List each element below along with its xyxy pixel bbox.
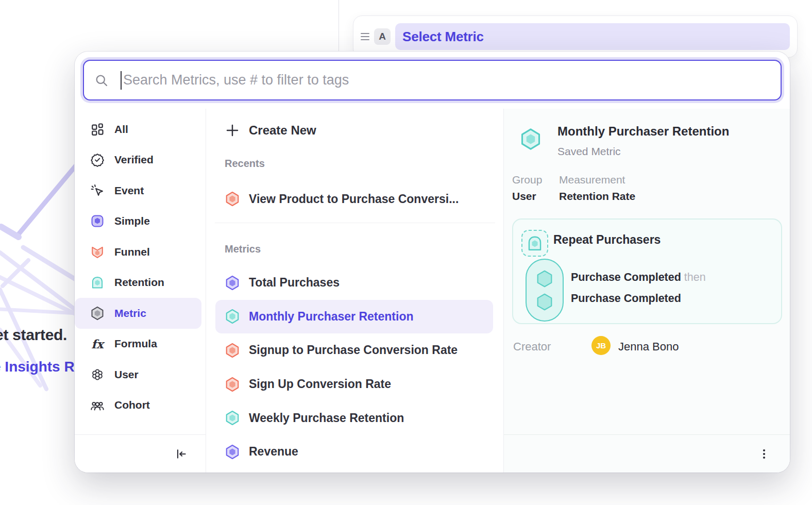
metric-hexagon-icon bbox=[225, 444, 240, 460]
sidebar-item-retention[interactable]: Retention bbox=[75, 267, 201, 298]
metric-item-label: Weekly Purchase Retention bbox=[249, 411, 404, 425]
create-new-label: Create New bbox=[249, 123, 316, 138]
recent-metric-item[interactable]: View Product to Purchase Conversi... bbox=[215, 182, 493, 215]
retention-arch-icon bbox=[526, 234, 544, 252]
recent-metric-label: View Product to Purchase Conversi... bbox=[249, 192, 459, 206]
sidebar-item-funnel[interactable]: Funnel bbox=[75, 237, 201, 267]
detail-title: Monthly Purchaser Retention bbox=[557, 124, 729, 139]
event-sequence-capsule bbox=[526, 259, 564, 322]
metric-item-signup-to-purchase-conversion-rate[interactable]: Signup to Purchase Conversion Rate bbox=[215, 333, 493, 367]
measurement-value: Retention Rate bbox=[559, 190, 635, 203]
retention-arch-icon bbox=[90, 275, 105, 290]
select-metric-label: Select Metric bbox=[402, 29, 484, 45]
metric-item-monthly-purchaser-retention[interactable]: Monthly Purchaser Retention bbox=[215, 300, 493, 334]
metric-search-box[interactable] bbox=[83, 60, 782, 100]
metric-item-revenue[interactable]: Revenue bbox=[215, 435, 493, 469]
metric-list-column: Create New Recents View Product to Purch… bbox=[206, 109, 504, 473]
group-value: User bbox=[512, 190, 536, 203]
sidebar-item-user[interactable]: User bbox=[75, 359, 201, 390]
background-divider-line bbox=[339, 0, 339, 52]
create-new-button[interactable]: Create New bbox=[215, 116, 513, 145]
cursor-click-icon bbox=[90, 183, 105, 198]
simple-metric-icon bbox=[90, 214, 105, 228]
select-metric-dropdown[interactable]: Select Metric bbox=[395, 23, 790, 50]
background-report-link-fragment[interactable]: e Insights Re bbox=[0, 359, 82, 375]
metric-item-label: Monthly Purchaser Retention bbox=[249, 310, 413, 324]
sidebar-item-verified[interactable]: Verified bbox=[75, 145, 201, 176]
background-heading-fragment: et started. bbox=[0, 326, 67, 344]
sidebar-item-formula[interactable]: fx Formula bbox=[75, 329, 201, 360]
drag-handle-icon[interactable] bbox=[361, 33, 369, 40]
detail-panel-footer bbox=[504, 434, 790, 473]
grid-icon bbox=[90, 122, 105, 137]
sidebar-item-label: Event bbox=[114, 184, 144, 197]
picker-columns: All Verified Event Simple bbox=[75, 109, 790, 473]
group-label: Group bbox=[512, 174, 542, 186]
metric-detail-panel: Monthly Purchaser Retention Saved Metric… bbox=[504, 109, 790, 473]
sidebar-footer bbox=[75, 434, 206, 473]
creator-label: Creator bbox=[513, 340, 551, 354]
metric-hexagon-icon bbox=[225, 343, 240, 358]
funnel-metric-hexagon-icon bbox=[225, 191, 240, 207]
kebab-menu-icon bbox=[758, 448, 770, 460]
step-event-name: Purchase Completed bbox=[571, 271, 681, 283]
measurement-label: Measurement bbox=[559, 174, 625, 186]
event-hexagon-icon bbox=[535, 292, 554, 312]
sidebar-item-label: Cohort bbox=[114, 399, 150, 411]
search-input[interactable] bbox=[122, 72, 770, 88]
metric-item-label: Signup to Purchase Conversion Rate bbox=[249, 343, 458, 357]
plus-icon bbox=[225, 123, 240, 138]
sidebar-item-label: Retention bbox=[114, 276, 164, 289]
metric-item-label: Sign Up Conversion Rate bbox=[249, 377, 391, 391]
metric-hexagon-icon bbox=[225, 275, 240, 291]
metric-hexagon-icon bbox=[225, 377, 240, 392]
sidebar-item-simple[interactable]: Simple bbox=[75, 206, 201, 237]
metric-hexagon-icon bbox=[90, 306, 105, 321]
page: et started. e Insights Re A Select Metri… bbox=[0, 0, 812, 505]
more-options-button[interactable] bbox=[758, 448, 770, 460]
sidebar-item-label: All bbox=[114, 123, 128, 136]
user-cluster-icon bbox=[90, 367, 105, 382]
filter-list: All Verified Event Simple bbox=[75, 109, 206, 420]
sidebar-item-cohort[interactable]: Cohort bbox=[75, 390, 201, 421]
metric-hexagon-icon bbox=[225, 410, 240, 426]
definition-step: Purchase Completed then bbox=[571, 271, 706, 284]
metric-item-label: Revenue bbox=[249, 445, 298, 459]
sidebar-item-label: User bbox=[114, 368, 139, 381]
metrics-heading: Metrics bbox=[225, 243, 261, 255]
metric-item-sign-up-conversion-rate[interactable]: Sign Up Conversion Rate bbox=[215, 367, 493, 401]
collapse-left-icon bbox=[175, 447, 188, 461]
sidebar-item-event[interactable]: Event bbox=[75, 175, 201, 206]
metric-letter-badge: A bbox=[374, 28, 391, 45]
search-icon bbox=[94, 73, 109, 88]
verified-badge-icon bbox=[90, 153, 105, 167]
sidebar-item-all[interactable]: All bbox=[75, 114, 201, 145]
metric-list: Total Purchases Monthly Purchaser Retent… bbox=[206, 266, 503, 469]
creator-name: Jenna Bono bbox=[618, 340, 679, 354]
creator-avatar: JB bbox=[591, 336, 611, 355]
step-connector: then bbox=[684, 271, 706, 283]
sidebar-item-label: Formula bbox=[114, 338, 157, 350]
recents-heading: Recents bbox=[225, 158, 265, 170]
sidebar-item-label: Verified bbox=[114, 154, 154, 166]
sidebar-item-label: Funnel bbox=[114, 246, 150, 258]
formula-icon: fx bbox=[90, 336, 105, 351]
retention-definition-icon bbox=[521, 230, 548, 257]
saved-metric-hexagon-icon bbox=[519, 127, 542, 151]
sidebar-item-metric[interactable]: Metric bbox=[75, 298, 201, 329]
sidebar-item-label: Metric bbox=[114, 307, 146, 319]
metric-item-weekly-purchase-retention[interactable]: Weekly Purchase Retention bbox=[215, 401, 493, 435]
definition-step: Purchase Completed bbox=[571, 292, 681, 305]
sidebar-item-label: Simple bbox=[114, 215, 150, 227]
metric-picker-modal: All Verified Event Simple bbox=[75, 52, 790, 473]
metric-item-total-purchases[interactable]: Total Purchases bbox=[215, 266, 493, 300]
detail-type-label: Saved Metric bbox=[557, 145, 621, 158]
funnel-icon bbox=[90, 245, 105, 259]
step-event-name: Purchase Completed bbox=[571, 292, 681, 305]
metric-definition-card: Repeat Purchasers Purchase Completed the… bbox=[512, 218, 782, 324]
cohort-people-icon bbox=[90, 398, 105, 412]
collapse-sidebar-button[interactable] bbox=[175, 447, 188, 461]
section-divider bbox=[215, 223, 495, 223]
metric-item-label: Total Purchases bbox=[249, 276, 340, 290]
event-hexagon-icon bbox=[535, 269, 554, 289]
